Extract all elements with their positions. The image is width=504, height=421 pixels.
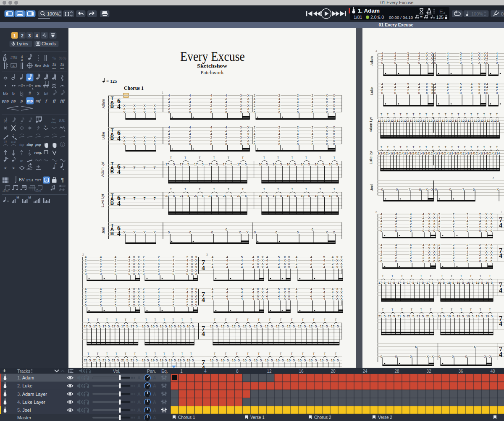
svg-text:5: 5	[403, 281, 405, 285]
svg-text:4: 4	[278, 297, 280, 301]
svg-text:X: X	[425, 91, 428, 95]
svg-text:0: 0	[297, 110, 299, 114]
svg-text:X: X	[240, 142, 242, 146]
svg-text:7: 7	[154, 165, 156, 170]
svg-text:21: 21	[112, 358, 116, 362]
svg-text:X: X	[153, 110, 156, 114]
svg-text:16: 16	[187, 324, 191, 328]
svg-text:Verse 1: Verse 1	[250, 415, 265, 420]
svg-text:T: T	[324, 318, 326, 321]
svg-text:21: 21	[388, 314, 391, 318]
svg-text:5: 5	[165, 358, 167, 362]
svg-text:T: T	[199, 188, 201, 191]
svg-text:0: 0	[394, 61, 396, 65]
svg-text:0: 0	[115, 272, 117, 276]
svg-text:5: 5	[294, 162, 296, 166]
svg-text:12: 12	[243, 324, 247, 328]
svg-text:Adam: Adam	[370, 56, 374, 65]
svg-text:12: 12	[467, 119, 471, 123]
svg-text:T: T	[97, 352, 99, 355]
svg-text:0: 0	[447, 91, 449, 95]
svg-text:4: 4	[117, 135, 121, 142]
svg-text:0: 0	[447, 61, 449, 65]
svg-text:0: 0	[428, 259, 430, 263]
svg-text:X: X	[336, 265, 339, 269]
svg-text:21: 21	[194, 194, 198, 198]
svg-text:Joel: Joel	[370, 184, 374, 191]
svg-text:Sketchshow: Sketchshow	[197, 63, 227, 69]
svg-text:5: 5	[227, 358, 229, 362]
svg-text:19: 19	[476, 314, 480, 318]
svg-text:4: 4	[117, 230, 121, 237]
svg-text:4: 4	[241, 297, 243, 301]
svg-text:5: 5	[126, 358, 129, 362]
svg-text:T: T	[382, 275, 384, 277]
svg-text:19: 19	[447, 314, 451, 318]
svg-text:19: 19	[142, 358, 146, 362]
svg-text:X: X	[483, 91, 486, 95]
svg-text:21: 21	[131, 358, 134, 362]
svg-text:12: 12	[265, 324, 269, 328]
svg-text:X: X	[478, 61, 480, 65]
svg-text:T: T	[393, 146, 395, 149]
svg-text:4: 4	[252, 265, 255, 269]
svg-text:5: 5	[173, 194, 175, 198]
svg-text:A: A	[137, 408, 141, 413]
svg-text:19: 19	[151, 358, 155, 362]
svg-text:0: 0	[479, 259, 481, 263]
svg-text:0: 0	[254, 230, 256, 234]
svg-text:2: 2	[401, 119, 402, 123]
svg-text:0: 0	[186, 272, 189, 276]
svg-text:0: 0	[394, 91, 396, 95]
svg-text:17: 17	[194, 162, 198, 166]
svg-text:5: 5	[304, 324, 306, 328]
svg-text:0: 0	[189, 230, 192, 234]
svg-text:5: 5	[308, 194, 310, 198]
svg-text:X: X	[133, 303, 135, 307]
svg-text:Adam Lyr: Adam Lyr	[100, 162, 105, 177]
svg-text:12: 12	[474, 119, 478, 123]
svg-text:0: 0	[168, 230, 170, 234]
svg-text:T: T	[106, 318, 108, 321]
svg-text:16: 16	[298, 358, 302, 362]
svg-text:0: 0	[467, 259, 469, 263]
svg-text:5: 5	[147, 324, 149, 328]
svg-text:0: 0	[465, 355, 467, 358]
svg-text:X: X	[133, 142, 136, 146]
svg-text:T: T	[277, 188, 279, 191]
svg-text:Patchwork: Patchwork	[200, 69, 224, 76]
svg-text:Pan.: Pan.	[147, 369, 156, 374]
svg-text:X: X	[153, 230, 156, 234]
svg-text:T: T	[263, 188, 265, 191]
svg-text:19: 19	[178, 358, 181, 362]
svg-text:0: 0	[438, 355, 441, 358]
svg-text:T: T	[470, 146, 472, 149]
svg-text:6: 6	[312, 227, 313, 231]
svg-text:21: 21	[237, 194, 241, 198]
svg-text:5: 5	[280, 194, 282, 198]
svg-text:16: 16	[232, 358, 236, 362]
svg-text:T: T	[457, 113, 459, 116]
svg-text:E: E	[439, 8, 443, 15]
svg-text:T: T	[269, 318, 271, 321]
svg-text:X: X	[326, 142, 328, 146]
svg-text:0: 0	[395, 229, 397, 233]
svg-text:4: 4	[499, 287, 502, 294]
svg-text:4: 4	[252, 297, 255, 301]
svg-text:T: T	[190, 352, 192, 355]
svg-text:2: 2	[439, 119, 441, 123]
svg-text:0: 0	[100, 303, 102, 307]
svg-text:A: A	[153, 383, 156, 388]
svg-text:5: 5	[216, 194, 218, 198]
svg-text:5: 5	[304, 358, 306, 362]
svg-text:0: 0	[211, 230, 213, 234]
svg-text:Adam Lyr: Adam Lyr	[369, 117, 373, 132]
svg-text:19: 19	[457, 314, 460, 318]
svg-text:T: T	[184, 156, 186, 159]
svg-text:X: X	[496, 188, 499, 191]
svg-text:0: 0	[395, 355, 397, 358]
svg-text:T: T	[387, 113, 389, 116]
svg-text:0: 0	[479, 229, 481, 233]
svg-text:16: 16	[466, 281, 470, 285]
svg-text:Vol.: Vol.	[113, 369, 121, 374]
